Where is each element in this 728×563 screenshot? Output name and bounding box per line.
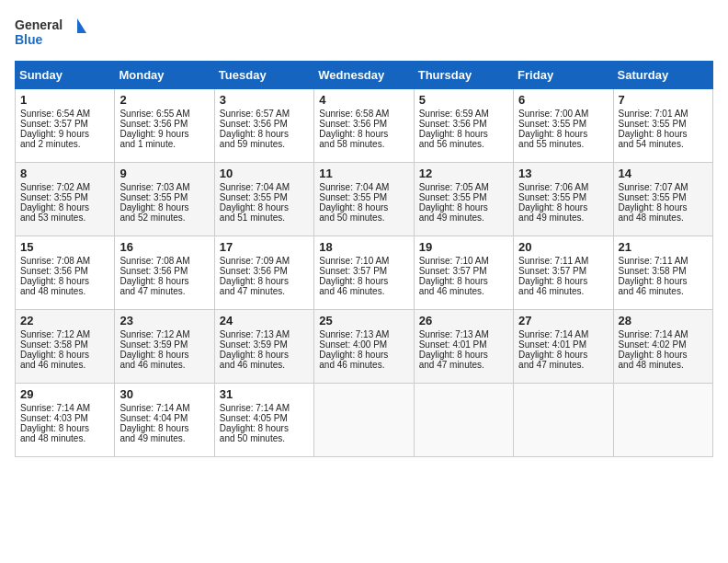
calendar-table: SundayMondayTuesdayWednesdayThursdayFrid… [15, 61, 713, 457]
day-info-line: Sunrise: 6:59 AM [419, 109, 508, 119]
day-info-line: Sunrise: 7:13 AM [220, 329, 309, 339]
day-number: 27 [518, 314, 608, 327]
day-info-line: Daylight: 8 hours [518, 350, 608, 360]
day-info-line: Sunrise: 6:55 AM [119, 109, 209, 119]
day-info-line: and 53 minutes. [20, 213, 109, 223]
day-info-line: Sunrise: 7:12 AM [20, 329, 109, 339]
day-info-line: Sunrise: 7:14 AM [518, 329, 608, 339]
day-info-line: Sunset: 3:55 PM [619, 119, 708, 129]
calendar-cell: 27Sunrise: 7:14 AMSunset: 4:01 PMDayligh… [514, 310, 613, 384]
day-info-line: Sunset: 3:56 PM [20, 266, 109, 276]
day-info-line: Sunset: 3:55 PM [119, 192, 209, 202]
day-info-line: and 46 minutes. [518, 286, 608, 296]
calendar-week-row: 1Sunrise: 6:54 AMSunset: 3:57 PMDaylight… [16, 89, 713, 163]
day-info-line: Daylight: 8 hours [419, 276, 508, 286]
calendar-cell: 22Sunrise: 7:12 AMSunset: 3:58 PMDayligh… [16, 310, 115, 384]
day-info-line: and 54 minutes. [619, 139, 708, 149]
calendar-cell [414, 384, 513, 457]
day-info-line: Sunrise: 7:10 AM [419, 256, 508, 266]
day-info-line: Sunset: 3:56 PM [419, 119, 508, 129]
day-number: 17 [220, 240, 309, 254]
column-header-friday: Friday [514, 62, 613, 89]
day-number: 29 [20, 387, 109, 401]
calendar-cell: 11Sunrise: 7:04 AMSunset: 3:55 PMDayligh… [314, 163, 414, 236]
column-header-monday: Monday [115, 62, 214, 89]
day-number: 23 [119, 314, 209, 327]
day-info-line: Daylight: 8 hours [220, 129, 309, 139]
day-info-line: Sunrise: 7:11 AM [518, 256, 608, 266]
day-number: 5 [419, 93, 508, 107]
day-number: 9 [119, 167, 209, 180]
day-info-line: and 55 minutes. [518, 139, 608, 149]
day-info-line: Sunset: 3:55 PM [518, 192, 608, 202]
calendar-cell: 5Sunrise: 6:59 AMSunset: 3:56 PMDaylight… [414, 89, 513, 163]
calendar-cell: 30Sunrise: 7:14 AMSunset: 4:04 PMDayligh… [115, 384, 214, 457]
calendar-header-row: SundayMondayTuesdayWednesdayThursdayFrid… [16, 62, 713, 89]
calendar-cell: 4Sunrise: 6:58 AMSunset: 3:56 PMDaylight… [314, 89, 414, 163]
day-number: 19 [419, 240, 508, 254]
day-info-line: and 46 minutes. [20, 360, 109, 370]
day-info-line: and 48 minutes. [20, 433, 109, 443]
day-number: 30 [119, 387, 209, 401]
calendar-week-row: 29Sunrise: 7:14 AMSunset: 4:03 PMDayligh… [16, 384, 713, 457]
day-number: 24 [220, 314, 309, 327]
day-info-line: Sunset: 3:57 PM [518, 266, 608, 276]
day-info-line: Daylight: 8 hours [20, 350, 109, 360]
calendar-cell: 20Sunrise: 7:11 AMSunset: 3:57 PMDayligh… [514, 236, 613, 310]
day-info-line: Sunrise: 6:58 AM [319, 109, 408, 119]
day-info-line: and 49 minutes. [518, 213, 608, 223]
day-info-line: Sunset: 3:55 PM [619, 192, 708, 202]
day-info-line: Sunrise: 7:04 AM [220, 182, 309, 192]
day-number: 22 [20, 314, 109, 327]
header: General Blue [15, 15, 713, 52]
calendar-cell: 15Sunrise: 7:08 AMSunset: 3:56 PMDayligh… [16, 236, 115, 310]
calendar-cell: 13Sunrise: 7:06 AMSunset: 3:55 PMDayligh… [514, 163, 613, 236]
calendar-body: 1Sunrise: 6:54 AMSunset: 3:57 PMDaylight… [16, 89, 713, 457]
day-info-line: Daylight: 9 hours [20, 129, 109, 139]
day-info-line: Daylight: 8 hours [220, 350, 309, 360]
svg-marker-2 [77, 18, 86, 33]
day-info-line: Sunset: 3:56 PM [220, 119, 309, 129]
day-number: 20 [518, 240, 608, 254]
day-number: 28 [619, 314, 708, 327]
day-number: 2 [119, 93, 209, 107]
column-header-sunday: Sunday [16, 62, 115, 89]
day-info-line: Sunrise: 7:10 AM [319, 256, 408, 266]
calendar-cell: 8Sunrise: 7:02 AMSunset: 3:55 PMDaylight… [16, 163, 115, 236]
day-info-line: Daylight: 8 hours [518, 202, 608, 213]
day-info-line: Sunrise: 7:08 AM [20, 256, 109, 266]
day-number: 12 [419, 167, 508, 180]
day-info-line: Daylight: 8 hours [619, 276, 708, 286]
day-info-line: Sunset: 3:56 PM [319, 119, 408, 129]
calendar-cell: 24Sunrise: 7:13 AMSunset: 3:59 PMDayligh… [214, 310, 313, 384]
day-info-line: Daylight: 8 hours [119, 350, 209, 360]
day-info-line: Daylight: 8 hours [319, 129, 408, 139]
calendar-cell: 9Sunrise: 7:03 AMSunset: 3:55 PMDaylight… [115, 163, 214, 236]
calendar-cell: 10Sunrise: 7:04 AMSunset: 3:55 PMDayligh… [214, 163, 313, 236]
day-info-line: Sunrise: 7:11 AM [619, 256, 708, 266]
calendar-cell: 31Sunrise: 7:14 AMSunset: 4:05 PMDayligh… [214, 384, 313, 457]
day-info-line: Sunrise: 7:09 AM [220, 256, 309, 266]
day-info-line: Daylight: 8 hours [20, 423, 109, 433]
day-info-line: and 47 minutes. [419, 360, 508, 370]
day-info-line: Daylight: 8 hours [619, 129, 708, 139]
day-info-line: Daylight: 8 hours [119, 276, 209, 286]
day-info-line: Daylight: 8 hours [518, 276, 608, 286]
day-info-line: Daylight: 8 hours [319, 350, 408, 360]
day-info-line: Daylight: 8 hours [20, 276, 109, 286]
calendar-cell: 25Sunrise: 7:13 AMSunset: 4:00 PMDayligh… [314, 310, 414, 384]
day-info-line: and 1 minute. [119, 139, 209, 149]
day-info-line: and 46 minutes. [220, 360, 309, 370]
column-header-wednesday: Wednesday [314, 62, 414, 89]
calendar-cell: 1Sunrise: 6:54 AMSunset: 3:57 PMDaylight… [16, 89, 115, 163]
day-info-line: Daylight: 8 hours [220, 276, 309, 286]
calendar-cell [314, 384, 414, 457]
day-number: 15 [20, 240, 109, 254]
day-info-line: and 48 minutes. [619, 213, 708, 223]
calendar-cell: 7Sunrise: 7:01 AMSunset: 3:55 PMDaylight… [613, 89, 712, 163]
day-info-line: Daylight: 8 hours [119, 423, 209, 433]
day-info-line: Sunset: 3:57 PM [20, 119, 109, 129]
day-number: 1 [20, 93, 109, 107]
day-info-line: Sunrise: 7:07 AM [619, 182, 708, 192]
day-info-line: Sunset: 4:01 PM [518, 339, 608, 350]
